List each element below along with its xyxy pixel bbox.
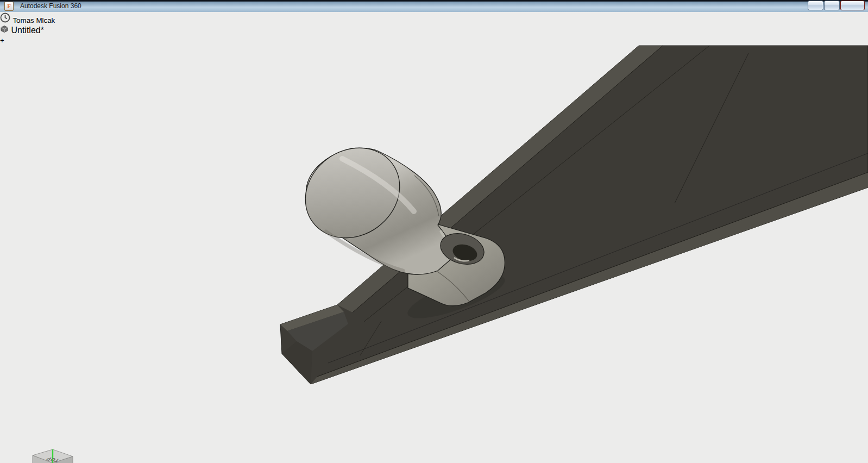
job-status-clock-icon[interactable] (0, 12, 10, 24)
view-cube[interactable]: TOP BACK LEFT X Z (0, 440, 97, 463)
3d-viewport[interactable]: TOP BACK LEFT X Z BROWSER (0, 45, 868, 463)
document-tab-bar: Untitled* + (0, 25, 868, 45)
user-account-menu[interactable]: Tomas Mlcak (12, 16, 55, 24)
restore-button[interactable] (824, 1, 840, 10)
tab-label: Untitled* (11, 26, 43, 35)
close-button[interactable] (840, 1, 865, 10)
fusion-window: Autodesk Fusion 360 (0, 0, 868, 463)
user-name: Tomas Mlcak (12, 16, 55, 24)
title-bar: Autodesk Fusion 360 (0, 0, 868, 12)
tab-untitled[interactable]: Untitled* (0, 25, 868, 35)
minimize-button[interactable] (808, 1, 823, 10)
fusion-logo-icon (4, 2, 14, 11)
viewport-canvas[interactable] (0, 45, 868, 438)
new-tab-button[interactable]: + (0, 36, 4, 45)
document-cube-icon (0, 25, 9, 33)
window-title: Autodesk Fusion 360 (20, 2, 81, 10)
